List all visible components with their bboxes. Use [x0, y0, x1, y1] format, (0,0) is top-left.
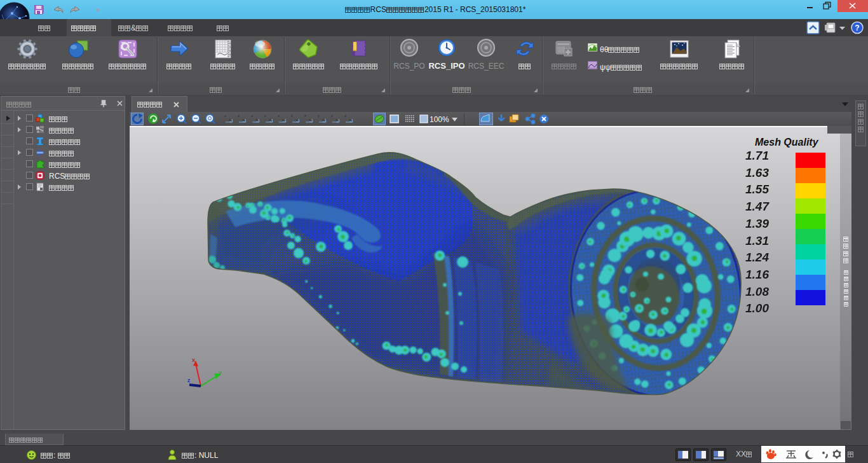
svg-text:z: z [331, 114, 333, 118]
svg-text:y: y [219, 370, 222, 376]
svg-text:y: y [295, 118, 297, 121]
svg-text:z: z [255, 118, 257, 121]
svg-text:x: x [192, 357, 195, 363]
svg-text:x: x [309, 118, 311, 121]
svg-text:?: ? [855, 24, 859, 32]
svg-text:x: x [242, 118, 244, 121]
svg-text:y: y [318, 114, 320, 118]
svg-text:x: x [349, 118, 351, 121]
svg-text:z: z [264, 114, 266, 118]
svg-text:z: z [238, 114, 240, 118]
svg-text:y: y [282, 118, 284, 121]
svg-text:z: z [304, 114, 306, 118]
svg-text:x: x [224, 114, 226, 118]
svg-text:y: y [336, 118, 337, 121]
svg-text:z: z [229, 118, 231, 121]
svg-text:x: x [269, 118, 271, 121]
svg-text:z: z [291, 114, 293, 118]
svg-text:z: z [344, 114, 346, 118]
svg-text:z: z [187, 377, 191, 384]
svg-text:x: x [251, 114, 253, 118]
svg-text:x: x [322, 118, 324, 121]
svg-text:z: z [278, 114, 280, 118]
